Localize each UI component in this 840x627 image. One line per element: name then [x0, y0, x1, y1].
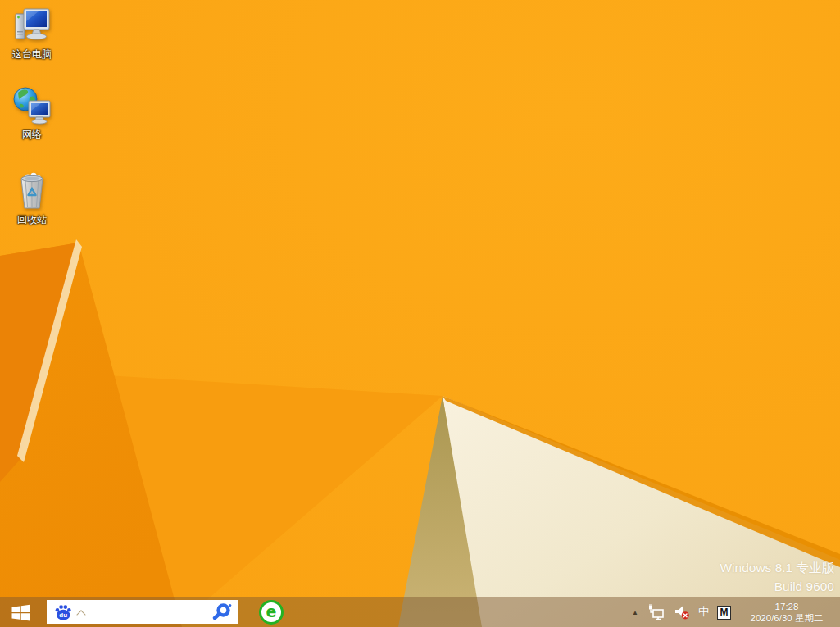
clock-time: 17:28: [742, 601, 832, 612]
watermark-edition: Windows 8.1 专业版: [720, 558, 834, 577]
wallpaper: [0, 0, 840, 627]
chevron-up-icon[interactable]: [78, 610, 85, 617]
search-input[interactable]: [89, 603, 211, 621]
svg-text:du: du: [59, 611, 67, 619]
browser-e-letter: e: [266, 604, 277, 620]
ime-language-badge[interactable]: M: [717, 606, 731, 620]
windows-logo-icon: [11, 602, 31, 623]
desktop-icon-label: 回收站: [17, 215, 47, 225]
build-watermark: Windows 8.1 专业版 Build 9600: [720, 558, 834, 596]
browser-e-icon[interactable]: e: [259, 600, 284, 625]
network-tray-icon[interactable]: [647, 603, 665, 621]
show-hidden-icons-icon[interactable]: ▲: [630, 606, 640, 620]
recycle-bin-icon: [11, 170, 52, 211]
watermark-build: Build 9600: [720, 577, 834, 596]
desktop-icon-recycle-bin[interactable]: 回收站: [0, 170, 64, 226]
clock-date: 2020/6/30 星期二: [742, 612, 832, 624]
desktop-icon-label: 网络: [22, 129, 42, 140]
taskbar: du e ▲: [0, 597, 840, 627]
volume-muted-icon[interactable]: [673, 603, 691, 621]
baidu-paw-icon: du: [53, 602, 73, 622]
search-magnifier-icon[interactable]: [211, 602, 233, 622]
desktop-icon-label: 这台电脑: [12, 49, 52, 60]
taskbar-search-box[interactable]: du: [47, 600, 238, 624]
this-pc-icon: [11, 5, 52, 46]
system-tray: ▲ 中 M: [630, 597, 840, 627]
network-icon: [11, 85, 52, 126]
desktop-screen: 这台电脑: [0, 0, 840, 627]
desktop-icon-this-pc[interactable]: 这台电脑: [0, 5, 64, 61]
desktop-icon-network[interactable]: 网络: [0, 85, 64, 141]
start-button[interactable]: [0, 597, 41, 627]
ime-mode-indicator[interactable]: 中: [698, 605, 710, 620]
tray-clock[interactable]: 17:28 2020/6/30 星期二: [742, 601, 832, 624]
